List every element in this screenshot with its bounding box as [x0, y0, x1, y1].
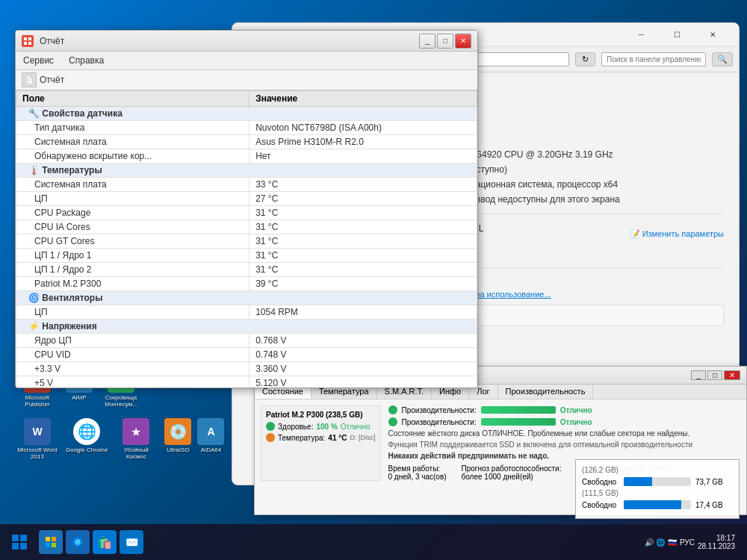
taskbar-explorer-icon[interactable] [39, 530, 63, 554]
health-indicator [266, 422, 275, 431]
d-free-value: 17,4 GB [695, 501, 733, 509]
subsection-header: ⚡ Напряжения [16, 320, 477, 334]
tray-flag: 🇷🇺 [668, 538, 677, 547]
disk-close-btn[interactable]: ✕ [724, 370, 740, 380]
start-icon [12, 535, 27, 550]
desktop-icon-word[interactable]: W Microsoft Word 2013 [15, 418, 60, 460]
subsection-header: 🌡️ Температуры [16, 164, 477, 178]
desktop-icon-chrome[interactable]: 🌐 Google Chrome [66, 418, 108, 460]
d-usage-fill [624, 500, 681, 509]
value-cell: 31 °C [249, 249, 477, 263]
field-cell: Обнаружено вскрытие кор... [16, 149, 249, 164]
uptime-label: Время работы: [388, 464, 447, 473]
field-cell: Ядро ЦП [16, 334, 249, 348]
col-value-header: Значение [249, 91, 477, 107]
c-usage-fill [624, 477, 652, 486]
perf2-status: Отлично [560, 418, 592, 426]
taskbar-store-icon[interactable]: 🛍️ [93, 530, 117, 554]
perf-health-dot [388, 405, 397, 414]
hwinfo-close-button[interactable]: ✕ [455, 34, 471, 49]
taskbar-edge-icon[interactable] [66, 530, 90, 554]
field-cell: Системная плата [16, 178, 249, 192]
disk-trim: Функция TRIM поддерживается SSD и включе… [388, 441, 741, 449]
value-cell: Нет [249, 149, 477, 164]
c-usage-bar [624, 477, 691, 486]
disk-minimize-btn[interactable]: _ [691, 370, 706, 380]
disk-total-label: (126,2 GB) [582, 466, 733, 474]
health-value: 100 % [316, 423, 337, 431]
perf2-bar-fill [481, 418, 556, 426]
svg-rect-10 [46, 543, 50, 547]
refresh-button[interactable]: ↻ [575, 52, 595, 66]
value-cell: 31 °C [249, 263, 477, 277]
d-usage-bar [624, 500, 691, 509]
health-count-value: более 1000 дней(ей) [462, 473, 562, 481]
svg-rect-9 [52, 537, 56, 541]
field-cell: Patriot M.2 P300 [16, 277, 249, 291]
value-cell: 0.748 V [249, 348, 477, 362]
hwinfo-maximize-button[interactable]: □ [437, 34, 453, 49]
win11-window-controls: ─ ☐ ✕ [624, 23, 730, 47]
menu-item-service[interactable]: Сервис [16, 53, 61, 68]
win11-maximize-button[interactable]: ☐ [660, 23, 694, 47]
menu-item-help[interactable]: Справка [61, 53, 111, 68]
col-field-header: Поле [16, 91, 249, 107]
search-button[interactable]: 🔍 [712, 52, 733, 66]
value-cell: 31 °C [249, 220, 477, 234]
value-cell: Asus Prime H310M-R R2.0 [249, 135, 477, 149]
field-cell: ЦП 1 / Ядро 2 [16, 263, 249, 277]
desktop-icon-ultraiso[interactable]: 💿 UltraISO [164, 418, 191, 460]
start-tile-3 [12, 543, 19, 550]
field-cell: ЦП [16, 305, 249, 320]
taskbar-mail-icon[interactable]: ✉️ [120, 530, 143, 554]
perf-status: Отлично [560, 406, 592, 414]
svg-rect-4 [24, 37, 27, 40]
hwinfo-window: Отчёт _ □ ✕ Сервис Справка 📄 Отчёт Поле … [15, 30, 478, 388]
value-cell: 39 °C [249, 277, 477, 291]
subsection-header: 🌀 Вентиляторы [16, 291, 477, 305]
temp-indicator [266, 433, 275, 442]
hwinfo-data-table: Поле Значение 🔧 Свойства датчикаТип датч… [16, 90, 477, 388]
desktop-icon-space[interactable]: ★ Убойный Космос [114, 418, 158, 460]
start-tile-2 [20, 535, 27, 541]
svg-rect-8 [46, 537, 50, 541]
hwinfo-window-title: Отчёт [40, 36, 64, 46]
taskbar-time: 18:17 [698, 534, 735, 542]
value-cell: 31 °C [249, 234, 477, 249]
svg-rect-6 [24, 42, 27, 45]
d-drive-row: Свободно 17,4 GB [582, 500, 733, 509]
field-cell: +3.3 V [16, 362, 249, 376]
value-cell: 31 °C [249, 206, 477, 220]
field-cell: CPU VID [16, 348, 249, 362]
win11-close-button[interactable]: ✕ [695, 23, 730, 47]
hwinfo-table-wrapper[interactable]: Поле Значение 🔧 Свойства датчикаТип датч… [16, 90, 477, 388]
subsection-header: 🔧 Свойства датчика [16, 107, 477, 121]
start-tile-4 [20, 543, 27, 550]
tab-performance[interactable]: Производительность [498, 385, 594, 399]
perf-bar-fill [481, 406, 556, 414]
win11-minimize-button[interactable]: ─ [624, 23, 658, 47]
toolbar-report-icon[interactable]: 📄 [22, 72, 37, 87]
health-status-c: Отлично [341, 423, 371, 431]
tray-lang: РУС [680, 538, 695, 547]
d-used-label: (111,5 GB) [582, 489, 733, 497]
svg-rect-11 [52, 543, 56, 547]
disk-maximize-btn[interactable]: □ [707, 370, 722, 380]
temp-label: Температура: [278, 434, 325, 442]
field-cell: CPU IA Cores [16, 220, 249, 234]
perf2-desc: Производительности: [402, 418, 477, 426]
value-cell: Nuvoton NCT6798D (ISA A00h) [249, 121, 477, 135]
field-cell: Тип датчика [16, 121, 249, 135]
health-count-label: Прогноз работоспособности: [462, 464, 562, 473]
desktop-icon-aida64[interactable]: A AIDA64 [197, 418, 224, 460]
hwinfo-minimize-button[interactable]: _ [419, 34, 436, 49]
search-input[interactable] [601, 52, 706, 66]
field-cell: CPU Package [16, 206, 249, 220]
change-settings-button[interactable]: 📝 Изменить параметры [630, 223, 724, 244]
value-cell: 0.768 V [249, 334, 477, 348]
svg-rect-7 [28, 42, 31, 45]
disk-name-label: Patriot M.2 P300 (238,5 GB) [266, 411, 376, 419]
taskbar-clock[interactable]: 18:17 28.11.2023 [698, 534, 735, 550]
hwinfo-window-controls: _ □ ✕ [419, 34, 471, 49]
start-button[interactable] [6, 529, 33, 556]
